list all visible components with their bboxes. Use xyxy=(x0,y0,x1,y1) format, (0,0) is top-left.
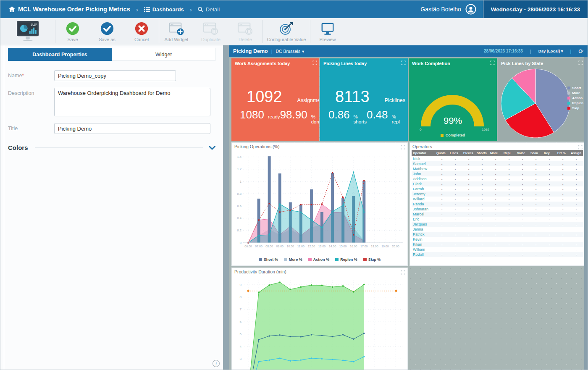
table-cell: - xyxy=(489,252,502,257)
table-cell: - xyxy=(435,181,449,186)
table-cell: - xyxy=(529,247,543,252)
expand-icon[interactable] xyxy=(312,60,317,65)
table-row: Matthew----------- xyxy=(412,166,583,171)
column-header[interactable]: More xyxy=(489,150,502,156)
legend-swatch xyxy=(335,258,339,261)
table-cell: - xyxy=(489,171,502,176)
svg-text:20:00: 20:00 xyxy=(392,245,399,248)
table-cell: - xyxy=(529,207,543,212)
info-icon[interactable]: i xyxy=(213,360,220,367)
table-cell: - xyxy=(489,242,502,247)
expand-icon[interactable] xyxy=(401,270,405,275)
save-as-button[interactable]: Save as xyxy=(90,18,124,45)
operator-name: Matthew xyxy=(412,166,435,171)
svg-text:08:00: 08:00 xyxy=(265,245,273,248)
configurable-value-button[interactable]: Configurable Value xyxy=(263,18,310,45)
table-cell: - xyxy=(556,171,570,176)
table-cell: - xyxy=(570,247,583,252)
widget-pick-lines-by-state[interactable]: Pick Lines by State ShortMoreActionReple… xyxy=(498,58,584,141)
list-icon xyxy=(144,7,150,12)
table-cell: - xyxy=(516,186,529,192)
add-widget-button[interactable]: Add Widget xyxy=(159,18,194,45)
column-header[interactable]: Quota xyxy=(435,150,449,156)
table-cell: - xyxy=(435,212,449,217)
table-cell: - xyxy=(502,156,516,161)
column-header[interactable]: Key xyxy=(543,150,556,156)
column-header[interactable]: Assign xyxy=(570,150,583,156)
legend-swatch xyxy=(567,92,570,94)
legend-item: Short % xyxy=(259,257,278,262)
properties-panel: Dashboard Properties Widget Name* Descri… xyxy=(0,45,223,370)
panel-dashboard-divider[interactable] xyxy=(223,45,229,370)
widget-picking-lines[interactable]: Picking Lines today 8113Picklines 0.86% … xyxy=(320,58,408,141)
preview-button[interactable]: Preview xyxy=(310,18,345,45)
kpi-sub-label: % done xyxy=(311,114,319,124)
widget-work-assignments[interactable]: Work Assignments today 1092Assignments 1… xyxy=(231,58,319,141)
widget-picking-operations[interactable]: Picking Operations (%) 00.20.40.60.811.2… xyxy=(231,142,408,266)
table-cell: - xyxy=(489,237,502,242)
expand-icon[interactable] xyxy=(401,145,405,150)
table-cell: - xyxy=(489,192,502,197)
user-menu[interactable]: Gastão Botelho xyxy=(414,0,483,18)
search-icon xyxy=(198,7,203,12)
expand-icon[interactable] xyxy=(490,60,495,65)
table-cell: - xyxy=(570,212,583,217)
column-header[interactable]: Operator xyxy=(412,150,435,156)
time-range-selector[interactable]: Day [Local] ▾ xyxy=(538,49,563,53)
expand-icon[interactable] xyxy=(401,60,406,65)
column-header[interactable]: Err % xyxy=(556,150,570,156)
table-cell: - xyxy=(462,171,475,176)
tab-widget[interactable]: Widget xyxy=(112,48,215,61)
table-cell: - xyxy=(435,252,449,257)
save-button[interactable]: Save xyxy=(55,18,90,45)
breadcrumb-dashboards[interactable]: Dashboards xyxy=(144,6,184,13)
dashboard-scrollbar[interactable] xyxy=(584,57,588,370)
expand-icon[interactable] xyxy=(578,145,583,150)
description-field[interactable] xyxy=(54,88,210,116)
table-cell: - xyxy=(462,232,475,237)
table-cell: - xyxy=(449,186,462,192)
table-cell: - xyxy=(475,192,489,197)
table-cell: - xyxy=(570,186,583,192)
svg-text:17:00: 17:00 xyxy=(360,245,368,248)
tab-dashboard-properties[interactable]: Dashboard Properties xyxy=(8,48,112,61)
widget-operators[interactable]: Operators OperatorQuotaLinesPiecesShorts… xyxy=(410,142,584,266)
column-header[interactable]: Pieces xyxy=(462,150,475,156)
column-header[interactable]: Shorts xyxy=(475,150,489,156)
table-cell: - xyxy=(475,181,489,186)
table-cell: - xyxy=(462,252,475,257)
legend-label: Replen % xyxy=(340,257,357,262)
column-header[interactable]: Lines xyxy=(449,150,462,156)
table-cell: - xyxy=(529,156,543,161)
dashboard-preview: Picking Demo | DC Brussels▾ 28/06/2023 1… xyxy=(229,45,588,370)
column-header[interactable]: Voice xyxy=(516,150,529,156)
expand-icon[interactable] xyxy=(578,60,583,65)
title-field[interactable] xyxy=(54,123,210,134)
widget-work-completion[interactable]: Work Completion 99% 0 1092 Completed xyxy=(409,58,497,141)
table-cell: - xyxy=(570,217,583,222)
column-header[interactable]: Repl xyxy=(502,150,516,156)
table-cell: - xyxy=(435,232,449,237)
breadcrumb-detail[interactable]: Detail xyxy=(198,6,220,13)
chevron-down-icon xyxy=(209,146,215,150)
gauge-max-label: 1092 xyxy=(482,128,489,131)
cancel-button[interactable]: Cancel xyxy=(124,18,159,45)
table-cell: - xyxy=(489,207,502,212)
refresh-icon[interactable]: ⟳ xyxy=(578,48,583,54)
table-cell: - xyxy=(516,222,529,227)
widget-productivity-duration[interactable]: Productivity Duration (min) 23456789 xyxy=(231,268,408,370)
table-cell: - xyxy=(516,242,529,247)
column-header[interactable]: Scan xyxy=(529,150,543,156)
table-cell: - xyxy=(462,176,475,181)
duplicate-button[interactable]: Duplicate xyxy=(194,18,228,45)
topbar: MCL Warehouse Order Picking Metrics › Da… xyxy=(0,0,588,18)
table-cell: - xyxy=(502,202,516,207)
table-cell: - xyxy=(489,181,502,186)
kpi-main-value: 8113 xyxy=(335,88,370,106)
site-selector[interactable]: DC Brussels▾ xyxy=(276,49,304,54)
widget-title: Picking Lines today xyxy=(320,58,408,66)
name-field[interactable] xyxy=(54,70,176,81)
colors-section-header[interactable]: Colors xyxy=(8,144,215,151)
breadcrumb: MCL Warehouse Order Picking Metrics › Da… xyxy=(0,6,414,13)
delete-button[interactable]: Delete xyxy=(228,18,262,45)
